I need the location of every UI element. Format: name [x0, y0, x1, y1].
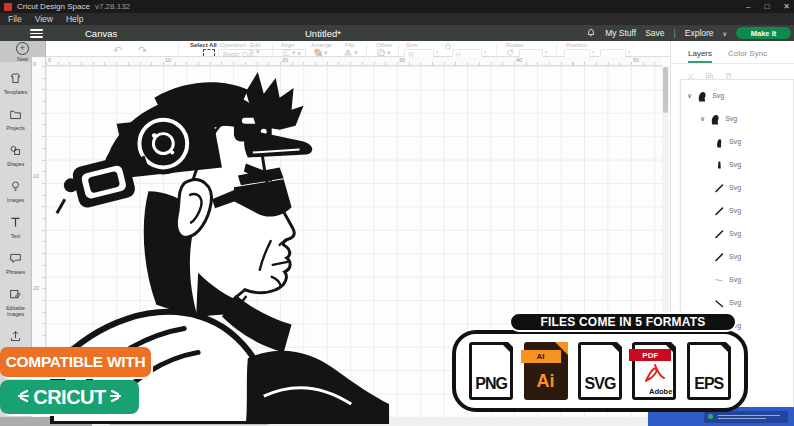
cricut-app-icon — [4, 3, 12, 11]
hamburger-menu-icon[interactable] — [30, 29, 43, 38]
sidebar-item-images[interactable]: Images — [0, 179, 32, 204]
operation-label: Operation — [220, 42, 246, 48]
size-label: Size — [406, 42, 418, 48]
flip-icon[interactable]: ▾ — [343, 48, 358, 57]
document-title[interactable]: Untitled* — [305, 28, 341, 39]
templates-icon — [9, 71, 22, 89]
undo-icon[interactable]: ↶ — [113, 45, 122, 55]
layer-thumbnail-blob — [713, 159, 725, 171]
menu-bar: File View Help — [0, 13, 794, 25]
position-label: Position — [566, 42, 587, 48]
edit-pencil-icon[interactable]: ✎▾ — [249, 48, 259, 56]
window-titlebar: Cricut Design Space v7.28.132 – □ ✕ — [0, 0, 794, 13]
cricut-badge: CRICUT — [0, 380, 139, 414]
layer-thumbnail-head — [709, 113, 721, 125]
sidebar-item-text[interactable]: Text — [0, 215, 32, 240]
sidebar-item-phrases[interactable]: Phrases — [0, 251, 32, 276]
formats-banner-title: FILES COME IN 5 FORMATS — [509, 312, 737, 332]
sidebar-item-templates[interactable]: Templates — [0, 71, 32, 96]
app-version: v7.28.132 — [95, 2, 130, 11]
plus-icon: + — [16, 42, 29, 55]
notification-bell-icon[interactable] — [586, 28, 596, 38]
hruler-tick-label: 20 — [282, 57, 288, 63]
my-stuff-link[interactable]: My Stuff — [605, 28, 636, 38]
menu-help[interactable]: Help — [66, 14, 83, 24]
burst-right-icon — [110, 386, 122, 409]
layer-row[interactable]: Svg — [713, 268, 741, 291]
layer-thumbnail-slash — [713, 205, 725, 217]
layer-row[interactable]: Svg — [713, 291, 741, 314]
offset-icon[interactable]: ▾ — [376, 48, 391, 57]
hruler-tick-label: 30 — [399, 57, 405, 63]
format-icon-png: PNG — [469, 342, 513, 400]
select-all-label: Select All — [190, 42, 217, 48]
redo-icon[interactable]: ↷ — [138, 45, 147, 55]
hruler-tick-label: 0 — [48, 57, 51, 63]
banner-dot-icon — [708, 414, 713, 419]
chevron-down-icon: ∨ — [723, 30, 727, 37]
panel-separator — [670, 63, 794, 64]
save-link[interactable]: Save — [645, 28, 664, 38]
formats-card: PNG AI Ai SVG PDF Adobe EPS — [452, 330, 748, 412]
vruler-tick-label: 10 — [33, 173, 39, 179]
editable-images-icon — [9, 287, 22, 305]
format-icon-pdf: PDF Adobe — [632, 342, 676, 400]
layer-thumbnail-slash — [713, 228, 725, 240]
sidebar-item-shapes[interactable]: Shapes — [0, 143, 32, 168]
layer-row[interactable]: Svg — [713, 245, 741, 268]
images-icon — [9, 179, 22, 197]
chevron-down-icon[interactable]: ∨ — [687, 92, 692, 100]
burst-left-icon — [17, 386, 29, 409]
vertical-scrollbar-thumb[interactable] — [663, 67, 668, 113]
text-icon — [9, 215, 22, 233]
hruler-tick-label: 40 — [516, 57, 522, 63]
header-divider: | — [674, 28, 676, 38]
sidebar-item-editable-images[interactable]: Editable Images — [0, 287, 32, 317]
layer-row[interactable]: Svg — [713, 222, 741, 245]
hruler-tick-label: 10 — [165, 57, 171, 63]
app-header: Canvas Untitled* My Stuff Save | Explore… — [0, 25, 794, 41]
upload-icon — [9, 329, 22, 347]
layer-row[interactable]: Svg — [713, 199, 741, 222]
layer-row[interactable]: ∨Svg — [700, 107, 737, 130]
format-icon-eps: EPS — [687, 342, 731, 400]
canvas-label[interactable]: Canvas — [85, 28, 117, 39]
rotate-icon[interactable] — [505, 48, 515, 57]
shapes-icon — [9, 143, 22, 161]
new-button-label: New — [17, 56, 28, 62]
vruler-tick-label: 20 — [33, 285, 39, 291]
layer-thumbnail-head — [696, 90, 708, 102]
vruler-tick-label: 0 — [33, 61, 36, 67]
layer-thumbnail-bust — [713, 136, 725, 148]
layer-row[interactable]: Svg — [713, 130, 741, 153]
layer-thumbnail-backslash — [713, 297, 725, 309]
projects-icon — [9, 107, 22, 125]
adobe-acrobat-swirl-icon — [644, 363, 666, 383]
horizontal-ruler: 01020304050 — [46, 57, 662, 66]
sidebar-item-projects[interactable]: Projects — [0, 107, 32, 132]
layer-thumbnail-slash — [713, 182, 725, 194]
close-button[interactable]: ✕ — [783, 2, 790, 11]
format-icon-ai: AI Ai — [524, 342, 568, 400]
arrange-icon[interactable]: ▾ — [313, 48, 328, 57]
tab-color-sync[interactable]: Color Sync — [728, 49, 767, 58]
align-icon[interactable]: ▾ — [281, 48, 296, 57]
make-it-button[interactable]: Make It — [736, 27, 791, 39]
hruler-tick-label: 50 — [633, 57, 639, 63]
layer-thumbnail-slash — [713, 251, 725, 263]
format-icon-svg: SVG — [578, 342, 622, 400]
layer-row[interactable]: Svg — [713, 153, 741, 176]
phrases-icon — [9, 251, 22, 269]
menu-file[interactable]: File — [8, 14, 22, 24]
layer-row[interactable]: ∨Svg — [687, 84, 724, 107]
maximize-button[interactable]: □ — [764, 2, 769, 11]
window-title: Cricut Design Space — [17, 2, 90, 11]
menu-view[interactable]: View — [35, 14, 53, 24]
compatible-with-badge: COMPATIBLE WITH — [0, 347, 151, 377]
minimize-button[interactable]: – — [746, 2, 750, 11]
layer-row[interactable]: Svg — [713, 176, 741, 199]
chevron-down-icon[interactable]: ∨ — [700, 115, 705, 123]
explore-link[interactable]: Explore — [685, 28, 714, 38]
lock-icon[interactable] — [444, 42, 452, 50]
tab-layers[interactable]: Layers — [688, 49, 712, 63]
